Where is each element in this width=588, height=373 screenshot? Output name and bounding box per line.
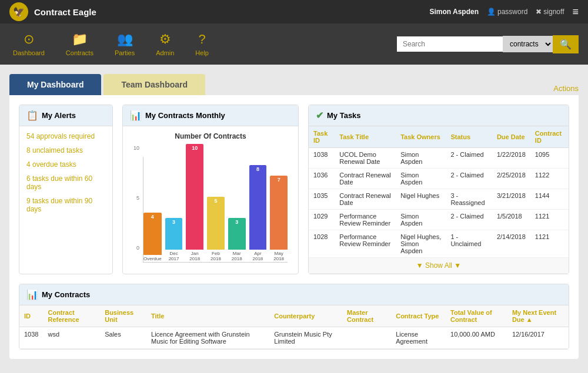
nav-label-parties: Parties <box>115 49 135 56</box>
contracts-section: 📊 My Contracts ID Contract Reference Bus… <box>19 284 569 350</box>
contract-reference: wsd <box>43 327 100 349</box>
bar-dec2017: 3 Dec2017 <box>165 218 183 262</box>
col-reference: Contract Reference <box>43 305 100 327</box>
logo-icon: 🦅 <box>9 2 28 21</box>
table-row: 1028 Performance Review Reminder Nigel H… <box>309 230 569 258</box>
contracts-section-header: 📊 My Contracts <box>19 284 569 305</box>
actions-link[interactable]: Actions <box>553 84 579 95</box>
y-axis-mid: 5 <box>136 195 139 201</box>
col-id: ID <box>19 305 43 327</box>
main-content: 📋 My Alerts 54 approvals required 8 uncl… <box>9 95 579 359</box>
hamburger-menu-icon[interactable]: ≡ <box>572 6 579 18</box>
task-id: 1035 <box>309 189 335 210</box>
tasks-icon: ✔ <box>316 110 323 121</box>
task-owners: Simon Aspden <box>396 169 446 189</box>
list-item[interactable]: 6 tasks due within 60 days <box>26 174 105 191</box>
tab-team-dashboard[interactable]: Team Dashboard <box>103 74 205 95</box>
y-axis-max: 10 <box>133 145 139 151</box>
user-name: Simon Aspden <box>429 8 479 16</box>
show-all-button[interactable]: ▼ Show All ▼ <box>416 261 461 270</box>
task-owners: Nigel Hughes <box>396 189 446 210</box>
table-row: 1038 UCOL Demo Renewal Date Simon Aspden… <box>309 148 569 169</box>
tasks-title: My Tasks <box>327 111 361 120</box>
contract-id: 1038 <box>19 327 43 349</box>
search-input[interactable] <box>397 36 503 52</box>
nav-items: ⊙ Dashboard 📁 Contracts 👥 Parties ⚙ Admi… <box>9 27 212 61</box>
search-button[interactable]: 🔍 <box>553 35 579 53</box>
task-status: 1 - Unclaimed <box>446 230 492 258</box>
table-row: 1038 wsd Sales Licence Agreement with Gr… <box>19 327 569 349</box>
task-contract-id: 1122 <box>530 169 569 189</box>
help-icon: ? <box>199 32 206 47</box>
chart-header: 📊 My Contracts Monthly <box>123 105 298 126</box>
list-item[interactable]: 54 approvals required <box>26 132 105 140</box>
nav-item-help[interactable]: ? Help <box>192 27 212 61</box>
logo-area: 🦅 Contract Eagle <box>9 2 96 21</box>
col-next-event: My Next Event Due ▲ <box>507 305 569 327</box>
table-row: 1035 Contract Renewal Date Nigel Hughes … <box>309 189 569 210</box>
top-header: 🦅 Contract Eagle Simon Aspden 👤 password… <box>0 0 588 23</box>
chart-icon: 📊 <box>130 110 142 121</box>
contracts-icon: 📁 <box>72 32 88 47</box>
col-title: Title <box>146 305 269 327</box>
nav-label-dashboard: Dashboard <box>13 49 45 56</box>
nav-item-admin[interactable]: ⚙ Admin <box>152 27 178 61</box>
widget-tasks: ✔ My Tasks Task ID Task Title Task Owner… <box>308 105 569 274</box>
nav-item-dashboard[interactable]: ⊙ Dashboard <box>9 27 48 61</box>
contracts-section-icon: 📊 <box>26 289 38 300</box>
admin-icon: ⚙ <box>159 32 171 47</box>
task-owners: Simon Aspden <box>396 148 446 169</box>
task-contract-id: 1121 <box>530 210 569 230</box>
contract-title: Licence Agreement with Grunstein Music f… <box>146 327 269 349</box>
col-task-id: Task ID <box>309 126 335 148</box>
widget-contracts-monthly: 📊 My Contracts Monthly Number Of Contrac… <box>122 105 299 274</box>
task-contract-id: 1095 <box>530 148 569 169</box>
parties-icon: 👥 <box>117 32 133 47</box>
tab-my-dashboard[interactable]: My Dashboard <box>9 74 101 95</box>
list-item[interactable]: 4 overdue tasks <box>26 160 105 169</box>
task-due: 3/21/2018 <box>492 189 530 210</box>
col-task-owners: Task Owners <box>396 126 446 148</box>
signoff-link[interactable]: ✖ signoff <box>536 8 564 16</box>
list-item[interactable]: 9 tasks due within 90 days <box>26 197 105 213</box>
col-status: Status <box>446 126 492 148</box>
alerts-icon: 📋 <box>26 110 38 121</box>
nav-item-contracts[interactable]: 📁 Contracts <box>62 27 97 61</box>
tasks-table: Task ID Task Title Task Owners Status Du… <box>309 126 569 274</box>
col-contract-type: Contract Type <box>391 305 446 327</box>
task-id: 1028 <box>309 230 335 258</box>
task-contract-id: 1144 <box>530 189 569 210</box>
contract-total-value: 10,000.00 AMD <box>446 327 507 349</box>
contract-type: License Agreement <box>391 327 446 349</box>
task-due: 1/5/2018 <box>492 210 530 230</box>
col-task-title: Task Title <box>335 126 396 148</box>
nav-bar: ⊙ Dashboard 📁 Contracts 👥 Parties ⚙ Admi… <box>0 23 588 65</box>
table-row: 1029 Performance Review Reminder Simon A… <box>309 210 569 230</box>
person-icon: 👤 <box>487 8 496 16</box>
nav-label-contracts: Contracts <box>66 49 93 56</box>
task-title: Performance Review Reminder <box>335 230 396 258</box>
dashboard-tabs: My Dashboard Team Dashboard Actions <box>9 74 579 95</box>
password-link[interactable]: 👤 password <box>487 8 527 16</box>
task-status: 3 - Reassigned <box>446 189 492 210</box>
task-title: Contract Renewal Date <box>335 189 396 210</box>
col-master-contract: Master Contract <box>342 305 391 327</box>
task-status: 2 - Claimed <box>446 210 492 230</box>
task-id: 1036 <box>309 169 335 189</box>
y-axis-min: 0 <box>136 245 139 251</box>
chart-title: My Contracts Monthly <box>145 111 225 120</box>
show-all-row: ▼ Show All ▼ <box>309 258 569 274</box>
dashboard-icon: ⊙ <box>24 32 34 47</box>
list-item[interactable]: 8 unclaimed tasks <box>26 146 105 154</box>
search-scope-select[interactable]: contracts <box>503 36 553 52</box>
task-title: Contract Renewal Date <box>335 169 396 189</box>
bar-mar2018: 3 Mar2018 <box>228 218 246 262</box>
chart-area: Number Of Contracts 10 5 0 4 <box>123 126 298 268</box>
contract-next-event: 12/16/2017 <box>507 327 569 349</box>
task-title: UCOL Demo Renewal Date <box>335 148 396 169</box>
contracts-table: ID Contract Reference Business Unit Titl… <box>19 305 569 349</box>
task-due: 1/22/2018 <box>492 148 530 169</box>
nav-item-parties[interactable]: 👥 Parties <box>111 27 138 61</box>
task-contract-id: 1121 <box>530 230 569 258</box>
bar-jan2018: 10 Jan 2018 <box>186 144 203 262</box>
